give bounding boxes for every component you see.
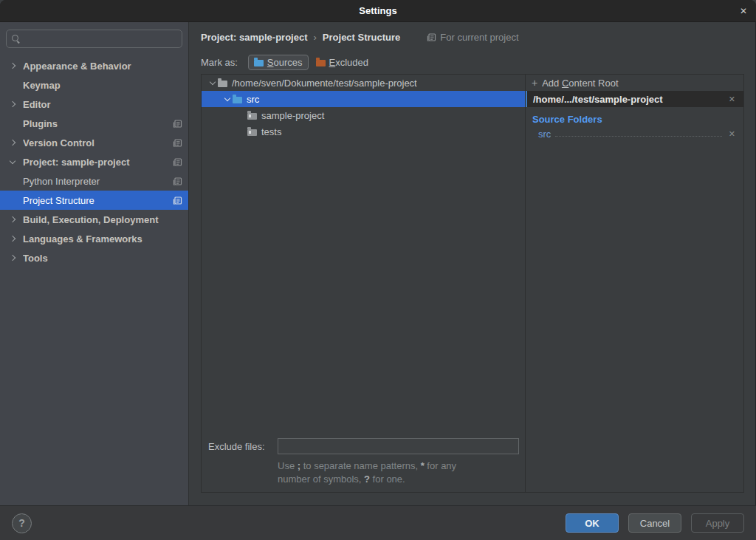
sidebar-item-keymap[interactable]: Keymap: [0, 75, 188, 95]
per-project-settings-icon: [173, 138, 182, 148]
titlebar: Settings ✕: [0, 0, 756, 22]
mark-as-label: Mark as:: [201, 57, 238, 68]
sidebar-item-languages-frameworks[interactable]: Languages & Frameworks: [0, 229, 188, 248]
content-root-path: /home/.../test/sample-project: [533, 94, 726, 105]
package-folder-icon: [247, 113, 257, 120]
sidebar-item-version-control[interactable]: Version Control: [0, 133, 188, 152]
per-project-settings-icon: [173, 177, 182, 186]
chevron-down-icon: [10, 157, 16, 163]
source-folder-icon: [254, 60, 264, 66]
search-input[interactable]: [25, 33, 177, 44]
per-project-settings-icon: [173, 157, 182, 167]
dialog-footer: ? OK Cancel Apply: [0, 505, 756, 540]
mark-sources-button[interactable]: Sources: [248, 55, 309, 70]
settings-dialog: Settings ✕ Appearance & Behavior Keymap …: [0, 0, 756, 540]
source-folder-entry[interactable]: src ✕: [526, 126, 743, 141]
package-folder-icon: [247, 129, 257, 136]
mark-as-toolbar: Mark as: Sources Excluded: [201, 53, 744, 71]
scope-note-label: For current project: [440, 32, 518, 43]
ok-button[interactable]: OK: [566, 513, 619, 533]
dialog-title: Settings: [359, 5, 396, 16]
exclude-files-section: Exclude files: Use ; to separate name pa…: [202, 434, 525, 492]
sidebar-item-python-interpreter[interactable]: Python Interpreter: [0, 171, 188, 191]
settings-sidebar: Appearance & Behavior Keymap Editor Plug…: [0, 22, 189, 505]
chevron-down-icon: [224, 95, 230, 100]
add-content-root-label: Add Content Root: [542, 78, 618, 89]
breadcrumb-separator: ›: [314, 32, 317, 43]
excluded-folder-icon: [316, 60, 326, 66]
sidebar-item-plugins[interactable]: Plugins: [0, 114, 188, 133]
mark-sources-label: Sources: [267, 57, 303, 68]
help-button[interactable]: ?: [12, 513, 32, 533]
mark-excluded-button[interactable]: Excluded: [310, 55, 374, 70]
sidebar-item-project-structure[interactable]: Project Structure: [0, 191, 188, 210]
per-project-settings-icon: [173, 119, 182, 129]
add-content-root-button[interactable]: + Add Content Root: [526, 75, 743, 91]
content-root-entry[interactable]: /home/.../test/sample-project ✕: [526, 91, 743, 107]
close-icon[interactable]: ✕: [740, 0, 747, 22]
tree-row-sample-project[interactable]: sample-project: [202, 107, 525, 123]
chevron-right-icon: [10, 236, 16, 242]
chevron-right-icon: [10, 216, 16, 222]
breadcrumb-project[interactable]: Project: sample-project: [201, 32, 308, 43]
tree-row-tests[interactable]: tests: [202, 123, 525, 140]
search-icon: [11, 34, 21, 44]
sidebar-item-build-execution-deployment[interactable]: Build, Execution, Deployment: [0, 210, 188, 229]
breadcrumb: Project: sample-project › Project Struct…: [201, 28, 744, 46]
source-folder-icon: [233, 97, 242, 103]
remove-content-root-icon[interactable]: ✕: [726, 95, 738, 104]
dotted-leader: [555, 136, 721, 137]
folder-icon: [218, 81, 227, 87]
help-icon: ?: [18, 517, 25, 529]
source-folder-name: src: [538, 129, 551, 140]
breadcrumb-project-structure[interactable]: Project Structure: [323, 32, 400, 43]
tree-row-content-root[interactable]: /home/sven/Dokumente/test/sample-project: [202, 75, 525, 91]
plus-icon: +: [532, 78, 537, 88]
settings-search-box[interactable]: [6, 30, 182, 48]
chevron-right-icon: [10, 101, 16, 107]
apply-button[interactable]: Apply: [691, 513, 744, 533]
chevron-right-icon: [10, 255, 16, 261]
chevron-down-icon: [210, 78, 216, 84]
content-root-tree-panel: /home/sven/Dokumente/test/sample-project…: [201, 74, 526, 493]
chevron-right-icon: [10, 140, 16, 146]
exclude-files-label: Exclude files:: [208, 441, 278, 452]
cancel-button[interactable]: Cancel: [628, 513, 681, 533]
content-roots-panel: + Add Content Root /home/.../test/sample…: [526, 74, 744, 493]
sidebar-item-editor[interactable]: Editor: [0, 95, 188, 114]
chevron-right-icon: [10, 63, 16, 69]
remove-source-folder-icon[interactable]: ✕: [726, 129, 738, 139]
exclude-files-input[interactable]: [278, 438, 519, 454]
scope-note: For current project: [427, 32, 518, 43]
mark-excluded-label: Excluded: [329, 57, 368, 68]
per-project-settings-icon: [173, 196, 182, 205]
source-folders-heading: Source Folders: [526, 107, 743, 126]
per-project-settings-icon: [427, 33, 436, 42]
exclude-files-hint: Use ; to separate name patterns, * for a…: [278, 459, 519, 486]
tree-row-src[interactable]: src: [202, 91, 525, 107]
sidebar-item-project[interactable]: Project: sample-project: [0, 152, 188, 171]
sidebar-item-tools[interactable]: Tools: [0, 248, 188, 267]
sidebar-item-appearance-behavior[interactable]: Appearance & Behavior: [0, 56, 188, 75]
